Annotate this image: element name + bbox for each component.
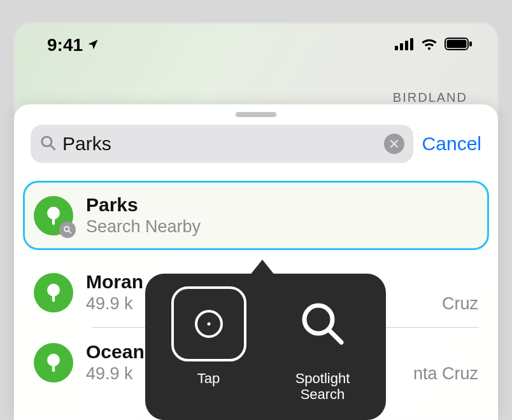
park-category-icon [34, 196, 73, 235]
cancel-button[interactable]: Cancel [422, 133, 481, 155]
popover-spotlight-button[interactable]: Spotlight Search [266, 286, 380, 411]
svg-rect-16 [52, 293, 55, 302]
svg-line-22 [329, 330, 341, 342]
result-locality: Cruz [442, 294, 478, 314]
wifi-icon [420, 38, 438, 53]
cell-signal-icon [395, 38, 414, 53]
result-subtitle: Search Nearby [86, 217, 201, 237]
search-input[interactable]: Parks [31, 125, 413, 163]
search-row: Parks Cancel [14, 125, 498, 163]
svg-line-14 [69, 230, 71, 233]
popover-item-label: Spotlight Search [295, 370, 350, 403]
result-title: Parks [86, 194, 201, 216]
park-category-icon [34, 273, 73, 312]
status-icons [395, 38, 473, 53]
search-icon [39, 134, 56, 153]
panel-grabber[interactable] [236, 112, 276, 117]
result-distance: 49.9 k [86, 364, 133, 384]
nearby-search-badge-icon [59, 221, 76, 238]
svg-rect-12 [52, 216, 55, 225]
status-bar: 9:41 [14, 28, 498, 62]
svg-rect-6 [469, 41, 472, 46]
status-time-group: 9:41 [47, 35, 99, 55]
result-locality: nta Cruz [413, 364, 478, 384]
result-parks[interactable]: Parks Search Nearby [23, 181, 489, 250]
spotlight-search-icon [297, 286, 349, 361]
result-distance: 49.9 k [86, 294, 133, 314]
svg-rect-0 [395, 46, 398, 50]
location-arrow-icon [87, 35, 99, 55]
map-district-label: BIRDLAND [393, 90, 467, 105]
svg-rect-2 [405, 41, 408, 50]
svg-point-20 [207, 323, 210, 326]
clear-search-button[interactable] [384, 134, 404, 154]
switch-control-popover: Tap Spotlight Search [145, 274, 386, 420]
tap-icon [171, 286, 246, 361]
popover-tap-button[interactable]: Tap [152, 286, 266, 411]
svg-rect-5 [447, 40, 467, 48]
status-time: 9:41 [47, 35, 83, 55]
search-query-text: Parks [62, 133, 378, 155]
svg-rect-3 [410, 38, 413, 50]
battery-icon [444, 38, 473, 53]
park-category-icon [34, 343, 73, 382]
popover-item-label: Tap [197, 370, 220, 386]
svg-rect-18 [52, 363, 55, 372]
svg-rect-1 [400, 43, 403, 50]
svg-line-8 [50, 145, 55, 150]
